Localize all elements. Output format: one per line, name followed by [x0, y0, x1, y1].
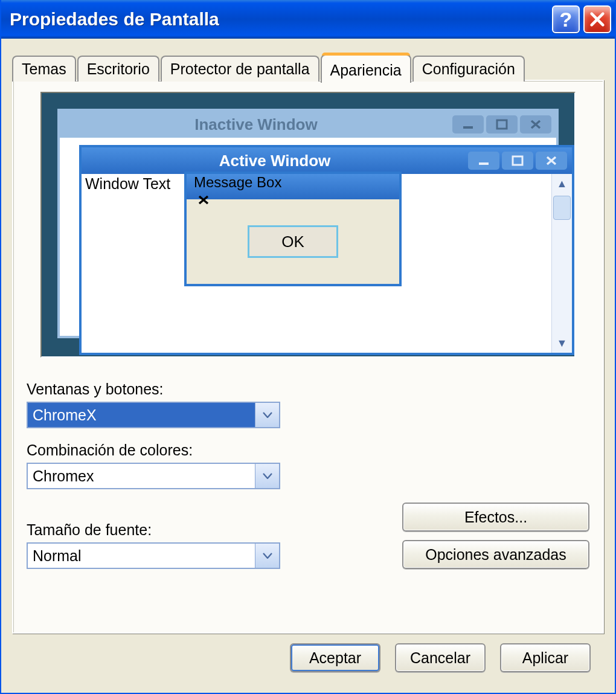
svg-rect-0	[463, 126, 473, 129]
close-icon	[589, 11, 606, 28]
color-scheme-label: Combinación de colores:	[27, 442, 280, 459]
windows-buttons-label: Ventanas y botones:	[27, 381, 280, 398]
maximize-icon	[486, 115, 518, 133]
color-scheme-select[interactable]: Chromex	[27, 463, 280, 489]
close-icon	[520, 115, 551, 133]
color-scheme-value: Chromex	[28, 464, 255, 488]
tab-panel-apariencia: Inactive Window Active Window	[12, 80, 604, 634]
close-icon	[536, 152, 567, 170]
dialog-button-bar: Aceptar Cancelar Aplicar	[12, 634, 604, 686]
chevron-down-icon	[263, 553, 272, 559]
cancel-button[interactable]: Cancelar	[395, 643, 486, 672]
chevron-down-icon	[263, 412, 272, 418]
font-size-row: Tamaño de fuente: Normal	[27, 521, 280, 569]
preview-scrollbar: ▲ ▼	[551, 174, 572, 353]
tabstrip: Temas Escritorio Protector de pantalla A…	[12, 53, 604, 82]
svg-rect-2	[479, 162, 489, 165]
titlebar[interactable]: Propiedades de Pantalla ?	[1, 0, 615, 39]
scroll-up-icon: ▲	[552, 174, 572, 193]
windows-buttons-value: ChromeX	[28, 403, 255, 427]
chevron-down-icon	[263, 473, 272, 479]
tab-escritorio[interactable]: Escritorio	[77, 56, 159, 82]
color-scheme-row: Combinación de colores: Chromex	[27, 442, 280, 489]
effects-button[interactable]: Efectos...	[402, 503, 589, 532]
tab-apariencia[interactable]: Apariencia	[321, 54, 411, 83]
minimize-icon	[468, 152, 499, 170]
svg-rect-3	[513, 156, 522, 165]
scroll-down-icon: ▼	[552, 333, 572, 353]
tab-temas[interactable]: Temas	[12, 56, 76, 82]
maximize-icon	[502, 152, 533, 170]
close-button[interactable]	[583, 5, 611, 33]
active-window-title: Active Window	[82, 152, 468, 170]
dropdown-button[interactable]	[255, 464, 279, 488]
tab-protector[interactable]: Protector de pantalla	[161, 56, 319, 82]
font-size-value: Normal	[28, 544, 255, 568]
ok-button[interactable]: Aceptar	[290, 643, 380, 672]
inactive-window-title: Inactive Window	[60, 115, 452, 134]
minimize-icon	[452, 115, 484, 133]
help-icon: ?	[560, 8, 573, 31]
font-size-label: Tamaño de fuente:	[27, 521, 280, 539]
tab-configuracion[interactable]: Configuración	[412, 56, 525, 82]
advanced-options-button[interactable]: Opciones avanzadas	[402, 540, 589, 569]
scroll-thumb	[553, 196, 571, 220]
dropdown-button[interactable]	[255, 544, 279, 568]
dialog-body: Temas Escritorio Protector de pantalla A…	[1, 39, 615, 693]
preview-ok-button: OK	[248, 225, 338, 258]
windows-buttons-row: Ventanas y botones: ChromeX	[27, 381, 280, 428]
apply-button[interactable]: Aplicar	[500, 643, 591, 672]
display-properties-window: Propiedades de Pantalla ? Temas Escritor…	[0, 0, 616, 694]
windows-buttons-select[interactable]: ChromeX	[27, 402, 280, 428]
preview-message-box: Message Box OK	[184, 172, 402, 286]
svg-rect-1	[497, 120, 507, 129]
font-size-select[interactable]: Normal	[27, 542, 280, 569]
message-box-title: Message Box	[187, 174, 281, 190]
dropdown-button[interactable]	[255, 403, 279, 427]
preview-window-text: Window Text	[85, 175, 170, 193]
help-button[interactable]: ?	[552, 5, 580, 33]
window-title: Propiedades de Pantalla	[10, 9, 548, 30]
appearance-preview: Inactive Window Active Window	[40, 92, 576, 358]
